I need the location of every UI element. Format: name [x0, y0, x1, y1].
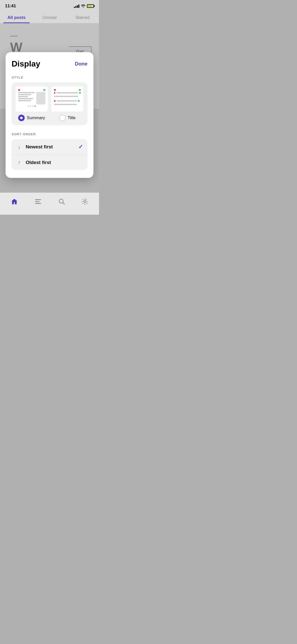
title-radio[interactable]: Title [59, 115, 76, 121]
sort-newest-check: ✓ [78, 144, 83, 150]
home-icon [11, 198, 18, 205]
nav-search[interactable] [53, 196, 70, 207]
summary-radio-indicator [18, 115, 25, 121]
nav-settings[interactable] [77, 196, 93, 207]
tab-starred[interactable]: Starred [66, 13, 99, 23]
sort-oldest-label: Oldest first [26, 160, 83, 165]
signal-icon [74, 4, 79, 8]
sort-container: ↓ Newest first ✓ ↑ Oldest first [12, 139, 87, 170]
battery-icon [87, 4, 94, 8]
modal-header: Display Done [12, 59, 87, 69]
svg-rect-0 [35, 199, 41, 200]
status-bar: 11:41 [0, 0, 99, 11]
search-icon [58, 198, 65, 205]
sort-section-label: SORT ORDER [12, 132, 87, 136]
bottom-nav [0, 192, 99, 215]
title-radio-indicator [59, 115, 66, 121]
sort-option-newest[interactable]: ↓ Newest first ✓ [12, 139, 87, 155]
sort-newest-icon: ↓ [16, 144, 22, 150]
status-time: 11:41 [5, 4, 16, 9]
title-preview [51, 86, 84, 112]
title-label: Title [68, 115, 76, 120]
done-button[interactable]: Done [75, 61, 87, 67]
summary-label: Summary [27, 115, 45, 120]
nav-feed[interactable] [29, 197, 47, 206]
svg-rect-2 [35, 203, 41, 204]
sort-oldest-icon: ↑ [16, 159, 22, 165]
style-section-label: STYLE [12, 76, 87, 79]
style-container: Summary [12, 82, 87, 125]
nav-tabs: All posts Unread Starred [0, 11, 99, 23]
settings-icon [82, 198, 88, 205]
style-option-title[interactable]: Title [51, 86, 84, 121]
sort-option-oldest[interactable]: ↑ Oldest first [12, 155, 87, 170]
summary-preview [16, 86, 48, 112]
summary-radio[interactable]: Summary [18, 115, 45, 121]
svg-point-5 [84, 201, 86, 203]
status-icons [74, 4, 94, 8]
tab-all-posts[interactable]: All posts [0, 13, 33, 23]
tab-unread[interactable]: Unread [33, 13, 66, 23]
nav-home[interactable] [6, 196, 23, 207]
feed-icon [35, 199, 42, 204]
svg-line-4 [63, 203, 64, 204]
modal-sheet: Display Done STYLE [6, 52, 93, 178]
svg-rect-1 [35, 201, 40, 202]
wifi-icon [81, 4, 85, 8]
style-option-summary[interactable]: Summary [16, 86, 48, 121]
sort-newest-label: Newest first [26, 144, 78, 150]
modal-title: Display [12, 59, 40, 69]
